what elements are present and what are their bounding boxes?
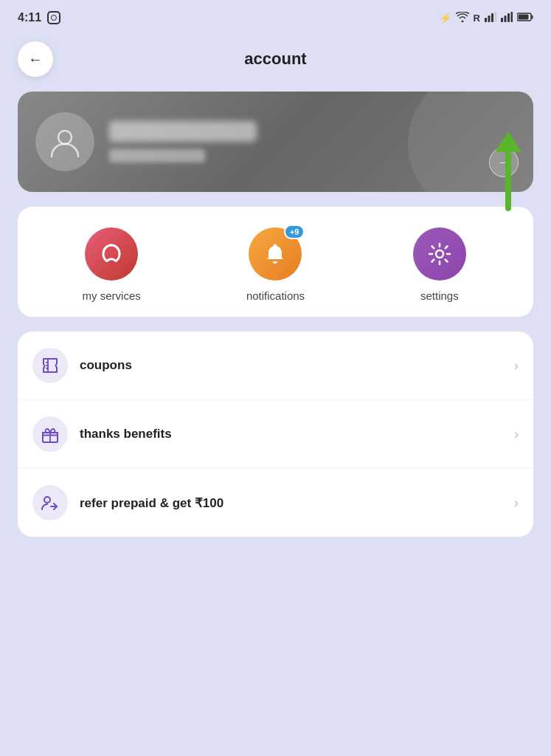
thanks-benefits-label: thanks benefits [80,427,502,441]
svg-rect-0 [485,18,487,22]
svg-rect-4 [501,18,503,22]
svg-point-11 [58,131,72,144]
status-bar: 4:11 ⚡ R [0,0,551,32]
my-services-label: my services [83,289,141,302]
notifications-icon [263,241,288,267]
page-title: account [244,49,306,69]
settings-icon-bg [413,227,466,281]
bluetooth-icon: ⚡ [440,13,451,24]
svg-rect-5 [505,16,507,22]
action-item-my-services[interactable]: my services [67,227,156,302]
my-services-icon-bg [85,227,138,281]
action-item-notifications[interactable]: +9 notifications [231,227,319,302]
arrow-head [495,131,521,152]
svg-point-12 [274,244,277,248]
profile-name [109,121,257,142]
wifi-icon [456,12,469,24]
my-services-icon [98,241,125,267]
header: ← account [0,32,551,92]
back-button[interactable]: ← [18,41,53,77]
settings-icon [426,241,453,267]
coupons-label: coupons [80,358,502,373]
thanks-benefits-icon-bg [32,416,68,452]
refer-prepaid-label: refer prepaid & get ₹100 [80,495,502,511]
avatar [35,112,94,171]
arrow-line [505,152,511,211]
profile-card: → [18,92,533,192]
signal2-icon [501,12,513,24]
coupons-icon [41,356,60,375]
profile-subtitle [109,149,205,162]
notifications-icon-bg: +9 [249,227,302,281]
notifications-badge: +9 [284,224,305,239]
svg-rect-7 [511,12,513,22]
svg-rect-2 [491,13,493,22]
action-item-settings[interactable]: settings [395,227,484,302]
settings-label: settings [420,289,459,302]
svg-rect-3 [495,12,497,22]
coupons-chevron-icon: › [514,358,519,374]
menu-item-thanks-benefits[interactable]: thanks benefits › [18,400,533,469]
green-arrow-annotation [495,133,521,211]
svg-point-13 [436,250,443,258]
menu-card: coupons › thanks benefits › refer prepai… [18,331,533,537]
refer-prepaid-chevron-icon: › [514,495,519,511]
network-r-icon: R [474,13,480,24]
profile-inner [35,112,516,171]
avatar-icon [49,126,81,158]
svg-rect-10 [519,14,529,19]
refer-icon [41,493,60,512]
instagram-icon [47,11,60,24]
coupons-icon-bg [32,348,68,383]
back-arrow-icon: ← [28,51,43,68]
notifications-label: notifications [246,289,305,302]
gift-icon [41,425,60,444]
signal1-icon [485,12,496,24]
status-right: ⚡ R [440,12,533,24]
svg-rect-9 [532,15,533,18]
svg-point-15 [44,497,50,503]
menu-item-refer-prepaid[interactable]: refer prepaid & get ₹100 › [18,469,533,537]
quick-actions-card: my services +9 notifications settings [18,207,533,317]
profile-info [109,121,516,162]
svg-rect-6 [507,13,510,22]
svg-rect-1 [488,16,491,22]
status-left: 4:11 [18,11,60,24]
thanks-benefits-chevron-icon: › [514,427,519,442]
refer-prepaid-icon-bg [32,485,68,520]
battery-icon [517,13,533,24]
status-time: 4:11 [18,11,41,24]
menu-item-coupons[interactable]: coupons › [18,331,533,400]
